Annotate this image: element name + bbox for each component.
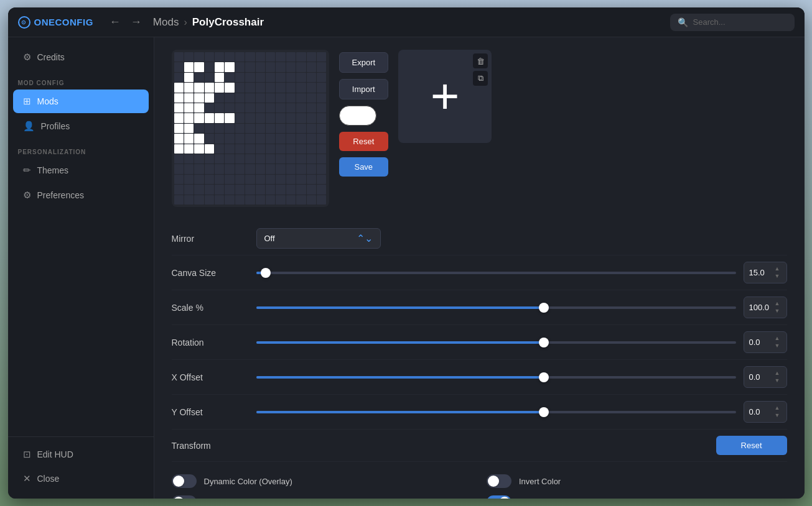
rotation-down[interactable]: ▼: [773, 343, 782, 349]
pixel-cell[interactable]: [317, 113, 326, 122]
pixel-cell[interactable]: [215, 134, 224, 143]
pixel-cell[interactable]: [245, 73, 254, 82]
pixel-cell[interactable]: [174, 103, 184, 113]
pixel-cell[interactable]: [286, 185, 296, 194]
pixel-cell[interactable]: [296, 52, 306, 62]
pixel-cell[interactable]: [225, 103, 234, 113]
pixel-cell[interactable]: [184, 164, 194, 173]
pixel-cell[interactable]: [205, 83, 214, 92]
pixel-cell[interactable]: [256, 93, 265, 103]
pixel-cell[interactable]: [317, 195, 326, 205]
pixel-cell[interactable]: [215, 195, 224, 205]
pixel-cell[interactable]: [205, 93, 214, 103]
pixel-cell[interactable]: [225, 52, 234, 62]
toggle-1[interactable]: [487, 474, 511, 488]
pixel-cell[interactable]: [286, 93, 296, 103]
pixel-cell[interactable]: [276, 83, 285, 92]
pixel-cell[interactable]: [317, 144, 326, 154]
pixel-cell[interactable]: [266, 103, 275, 113]
pixel-cell[interactable]: [296, 93, 306, 103]
pixel-cell[interactable]: [225, 144, 234, 154]
pixel-cell[interactable]: [184, 134, 194, 143]
pixel-cell[interactable]: [266, 134, 275, 143]
pixel-cell[interactable]: [286, 83, 296, 92]
pixel-cell[interactable]: [296, 62, 306, 71]
preview-delete-button[interactable]: 🗑: [473, 53, 488, 68]
scale-up[interactable]: ▲: [773, 300, 782, 307]
pixel-cell[interactable]: [225, 113, 234, 122]
pixel-cell[interactable]: [194, 134, 203, 143]
pixel-cell[interactable]: [215, 175, 224, 184]
pixel-cell[interactable]: [266, 124, 275, 133]
pixel-cell[interactable]: [245, 154, 254, 163]
search-input[interactable]: [693, 17, 787, 27]
x-offset-thumb[interactable]: [539, 372, 549, 382]
pixel-cell[interactable]: [307, 124, 316, 133]
pixel-cell[interactable]: [286, 134, 296, 143]
pixel-cell[interactable]: [307, 83, 316, 92]
pixel-cell[interactable]: [215, 103, 224, 113]
canvas-size-up[interactable]: ▲: [773, 265, 782, 272]
y-offset-down[interactable]: ▼: [773, 412, 782, 419]
pixel-cell[interactable]: [194, 175, 203, 184]
pixel-cell[interactable]: [194, 113, 203, 122]
pixel-cell[interactable]: [296, 134, 306, 143]
x-offset-input[interactable]: 0.0 ▲ ▼: [744, 366, 787, 388]
pixel-cell[interactable]: [184, 144, 194, 154]
pixel-cell[interactable]: [194, 124, 203, 133]
pixel-cell[interactable]: [174, 164, 184, 173]
pixel-cell[interactable]: [286, 144, 296, 154]
pixel-cell[interactable]: [286, 52, 296, 62]
pixel-cell[interactable]: [317, 175, 326, 184]
canvas-size-thumb[interactable]: [261, 268, 271, 278]
pixel-cell[interactable]: [235, 124, 245, 133]
pixel-cell[interactable]: [266, 164, 275, 173]
pixel-cell[interactable]: [307, 62, 316, 71]
pixel-cell[interactable]: [276, 52, 285, 62]
pixel-cell[interactable]: [205, 175, 214, 184]
pixel-cell[interactable]: [225, 83, 234, 92]
pixel-cell[interactable]: [184, 195, 194, 205]
pixel-cell[interactable]: [245, 83, 254, 92]
pixel-cell[interactable]: [245, 185, 254, 194]
pixel-cell[interactable]: [184, 113, 194, 122]
back-button[interactable]: ←: [106, 14, 124, 30]
breadcrumb-parent[interactable]: Mods: [153, 16, 179, 29]
pixel-cell[interactable]: [194, 83, 203, 92]
pixel-cell[interactable]: [317, 103, 326, 113]
pixel-cell[interactable]: [286, 164, 296, 173]
pixel-cell[interactable]: [184, 73, 194, 82]
pixel-cell[interactable]: [205, 124, 214, 133]
pixel-cell[interactable]: [235, 195, 245, 205]
pixel-cell[interactable]: [235, 144, 245, 154]
pixel-cell[interactable]: [174, 93, 184, 103]
toggle-0[interactable]: [172, 474, 197, 488]
pixel-cell[interactable]: [276, 62, 285, 71]
toggle-3[interactable]: [487, 495, 511, 499]
pixel-cell[interactable]: [215, 93, 224, 103]
pixel-cell[interactable]: [276, 113, 285, 122]
pixel-cell[interactable]: [194, 195, 203, 205]
sidebar-item-credits[interactable]: ⚙ Credits: [13, 45, 149, 69]
pixel-cell[interactable]: [266, 154, 275, 163]
pixel-cell[interactable]: [296, 164, 306, 173]
pixel-cell[interactable]: [256, 52, 265, 62]
pixel-cell[interactable]: [256, 175, 265, 184]
pixel-cell[interactable]: [245, 144, 254, 154]
pixel-cell[interactable]: [184, 83, 194, 92]
pixel-cell[interactable]: [225, 185, 234, 194]
pixel-cell[interactable]: [225, 195, 234, 205]
pixel-cell[interactable]: [276, 103, 285, 113]
pixel-cell[interactable]: [317, 93, 326, 103]
pixel-cell[interactable]: [317, 134, 326, 143]
pixel-cell[interactable]: [256, 134, 265, 143]
pixel-cell[interactable]: [205, 62, 214, 71]
pixel-cell[interactable]: [317, 52, 326, 62]
pixel-cell[interactable]: [276, 73, 285, 82]
forward-button[interactable]: →: [127, 14, 146, 30]
sidebar-item-themes[interactable]: ✏ Themes: [13, 159, 149, 182]
pixel-cell[interactable]: [266, 62, 275, 71]
pixel-cell[interactable]: [276, 185, 285, 194]
pixel-cell[interactable]: [215, 113, 224, 122]
pixel-cell[interactable]: [184, 175, 194, 184]
